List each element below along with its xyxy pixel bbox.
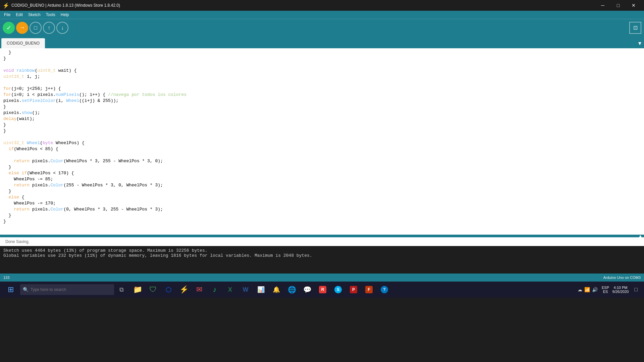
code-line-28: }: [0, 213, 644, 219]
kw-return2: return: [14, 183, 30, 188]
file-explorer-icon: 📁: [133, 285, 142, 294]
menu-help[interactable]: Help: [58, 12, 72, 18]
clock[interactable]: 4:10 PM 9/26/2020: [610, 286, 631, 294]
taskbar-app-spotify[interactable]: ♪: [207, 282, 222, 298]
taskbar-app-help[interactable]: ?: [377, 282, 392, 298]
menu-edit[interactable]: Edit: [13, 12, 25, 18]
kw-byte: byte: [43, 140, 53, 145]
fn-Wheel1: Wheel: [66, 98, 79, 103]
kw-return3: return: [14, 207, 30, 212]
comment-navega: //navega por todos los colores: [108, 92, 186, 97]
taskbar-app-paint[interactable]: P: [346, 282, 361, 298]
code-tab[interactable]: CODIGO_BUENO: [1, 38, 45, 48]
security-icon: 🛡: [149, 285, 157, 294]
kw-for1: for: [3, 86, 11, 91]
minimize-button[interactable]: ─: [595, 0, 610, 11]
code-line-17: if(WheelPos < 85) {: [0, 146, 644, 152]
status-bar: 133 Arduino Uno on COM3: [0, 274, 644, 282]
code-line-6: [0, 80, 644, 86]
type-uint8: uint8_t: [37, 68, 56, 73]
kw-for2: for: [3, 92, 11, 97]
taskbar-app-word[interactable]: W: [238, 282, 253, 298]
tab-dropdown-arrow[interactable]: ▾: [637, 38, 643, 48]
taskbar-app-chrome[interactable]: 🌐: [284, 282, 299, 298]
console-status-text: Done Saving.: [5, 239, 30, 244]
code-line-13: }: [0, 122, 644, 128]
taskbar: ⊞ 🔍 ⧉ 📁 🛡 ⬡ ⚡ ✉ ♪ X: [0, 282, 644, 298]
taskbar-app-excel[interactable]: X: [223, 282, 237, 298]
taskbar-app-security[interactable]: 🛡: [146, 282, 160, 298]
code-line-24: }: [0, 188, 644, 194]
mail-icon: ✉: [196, 285, 202, 294]
excel-icon: X: [228, 286, 232, 293]
start-button[interactable]: ⊞: [3, 282, 19, 298]
onedrive-tray-icon[interactable]: ☁: [578, 287, 582, 292]
taskbar-app-red[interactable]: R: [315, 282, 330, 298]
menu-file[interactable]: File: [1, 12, 13, 18]
volume-tray-icon[interactable]: 🔊: [592, 287, 598, 292]
code-editor[interactable]: } } void rainbow(uint8_t wait) { uint16_…: [0, 48, 644, 235]
fn-Color2: Color: [50, 183, 63, 188]
kw-else: else: [9, 195, 19, 200]
kw-if1: if: [9, 146, 14, 152]
new-button[interactable]: □: [30, 22, 42, 34]
skype-icon: S: [334, 286, 342, 293]
clock-time: 4:10 PM: [614, 286, 628, 290]
code-line-25: else {: [0, 194, 644, 200]
code-line-19: return pixels.Color(WheelPos * 3, 255 - …: [0, 158, 644, 164]
console-output: Sketch uses 4464 bytes (13%) of program …: [0, 246, 644, 274]
code-line-11: pixels.show();: [0, 110, 644, 116]
maximize-button[interactable]: □: [610, 0, 626, 11]
code-line-5: uint16_t i, j;: [0, 74, 644, 80]
menu-sketch[interactable]: Sketch: [25, 12, 43, 18]
taskbar-app-notif[interactable]: 🔔: [269, 282, 284, 298]
filezilla-icon: F: [365, 286, 373, 293]
wifi-tray-icon[interactable]: 📶: [584, 287, 590, 292]
fn-Wheel-def: Wheel: [27, 140, 40, 145]
kw-return1: return: [14, 159, 30, 164]
taskbar-app-misc1[interactable]: 📊: [254, 282, 268, 298]
taskbar-app-dropbox[interactable]: ⬡: [161, 282, 176, 298]
taskbar-app-mail[interactable]: ✉: [192, 282, 207, 298]
save-button[interactable]: ↓: [56, 22, 68, 34]
code-line-18: [0, 152, 644, 158]
taskbar-app-filezilla[interactable]: F: [362, 282, 376, 298]
lang-line2: ES: [603, 290, 608, 294]
search-input[interactable]: [31, 287, 111, 292]
console-area: Done Saving.: [0, 237, 644, 246]
code-line-2: }: [0, 56, 644, 62]
taskbar-app-skype[interactable]: S: [331, 282, 345, 298]
window-title: CODIGO_BUENO | Arduino 1.8.13 (Windows S…: [11, 3, 595, 8]
close-button[interactable]: ✕: [626, 0, 641, 11]
lang-line1: ESP: [602, 286, 609, 290]
menu-tools[interactable]: Tools: [43, 12, 58, 18]
code-line-7: for(j=0; j<256; j++) {: [0, 86, 644, 92]
serial-monitor-button[interactable]: ⊡: [629, 22, 641, 34]
spotify-icon: ♪: [213, 285, 217, 294]
verify-button[interactable]: ✓: [3, 22, 15, 34]
fn-show: show: [22, 110, 32, 115]
taskbar-app-discord[interactable]: 💬: [300, 282, 315, 298]
power-icon: ⚡: [179, 285, 189, 294]
notif-app-icon: 🔔: [273, 286, 280, 293]
fn-setPixelColor: setPixelColor: [22, 98, 56, 103]
kw-else-if: else if: [9, 171, 27, 176]
line-col-indicator: 133: [3, 276, 603, 280]
tab-bar: CODIGO_BUENO ▾: [0, 36, 644, 48]
taskbar-app-power[interactable]: ⚡: [176, 282, 191, 298]
notification-center-button[interactable]: □: [631, 282, 641, 298]
menu-bar: File Edit Sketch Tools Help: [0, 11, 644, 19]
output-line-2: Global variables use 232 bytes (11%) of …: [3, 253, 641, 258]
taskbar-search[interactable]: 🔍: [20, 284, 114, 295]
code-line-8: for(i=0; i < pixels.numPixels(); i++) { …: [0, 92, 644, 98]
taskbar-app-file-explorer[interactable]: 📁: [130, 282, 145, 298]
upload-button[interactable]: →: [16, 22, 28, 34]
open-button[interactable]: ↑: [43, 22, 55, 34]
board-info: Arduino Uno on COM3: [603, 276, 641, 280]
console-divider[interactable]: ▲: [0, 235, 644, 237]
paint-icon: P: [350, 286, 357, 293]
word-icon: W: [243, 286, 249, 293]
language-indicator[interactable]: ESP ES: [602, 286, 609, 294]
task-view-button[interactable]: ⧉: [114, 282, 129, 298]
console-status: Done Saving.: [3, 239, 641, 245]
